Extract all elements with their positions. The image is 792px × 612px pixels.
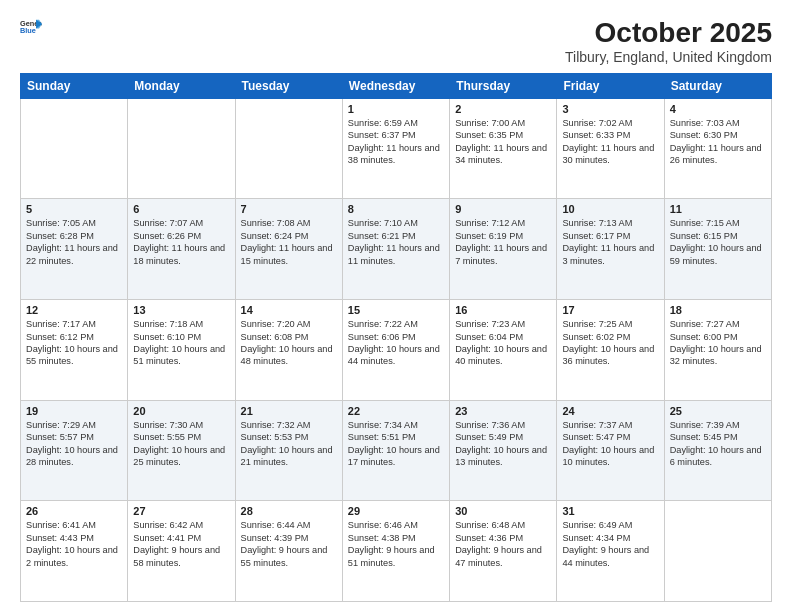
- day-number: 22: [348, 405, 444, 417]
- cell-text: Sunrise: 7:30 AM Sunset: 5:55 PM Dayligh…: [133, 419, 229, 469]
- cell-text: Sunrise: 6:42 AM Sunset: 4:41 PM Dayligh…: [133, 519, 229, 569]
- day-number: 15: [348, 304, 444, 316]
- cell-text: Sunrise: 7:15 AM Sunset: 6:15 PM Dayligh…: [670, 217, 766, 267]
- cell-text: Sunrise: 7:02 AM Sunset: 6:33 PM Dayligh…: [562, 117, 658, 167]
- week-row-3: 12Sunrise: 7:17 AM Sunset: 6:12 PM Dayli…: [21, 300, 772, 401]
- day-number: 31: [562, 505, 658, 517]
- calendar-table: Sunday Monday Tuesday Wednesday Thursday…: [20, 73, 772, 602]
- cell-text: Sunrise: 7:03 AM Sunset: 6:30 PM Dayligh…: [670, 117, 766, 167]
- cell-text: Sunrise: 7:22 AM Sunset: 6:06 PM Dayligh…: [348, 318, 444, 368]
- table-row: 25Sunrise: 7:39 AM Sunset: 5:45 PM Dayli…: [664, 400, 771, 501]
- cell-text: Sunrise: 7:27 AM Sunset: 6:00 PM Dayligh…: [670, 318, 766, 368]
- cell-text: Sunrise: 7:34 AM Sunset: 5:51 PM Dayligh…: [348, 419, 444, 469]
- day-number: 3: [562, 103, 658, 115]
- day-number: 13: [133, 304, 229, 316]
- table-row: 21Sunrise: 7:32 AM Sunset: 5:53 PM Dayli…: [235, 400, 342, 501]
- day-number: 5: [26, 203, 122, 215]
- header: General Blue October 2025 Tilbury, Engla…: [20, 18, 772, 65]
- table-row: 8Sunrise: 7:10 AM Sunset: 6:21 PM Daylig…: [342, 199, 449, 300]
- table-row: 27Sunrise: 6:42 AM Sunset: 4:41 PM Dayli…: [128, 501, 235, 602]
- cell-text: Sunrise: 7:20 AM Sunset: 6:08 PM Dayligh…: [241, 318, 337, 368]
- week-row-2: 5Sunrise: 7:05 AM Sunset: 6:28 PM Daylig…: [21, 199, 772, 300]
- table-row: 11Sunrise: 7:15 AM Sunset: 6:15 PM Dayli…: [664, 199, 771, 300]
- col-sunday: Sunday: [21, 73, 128, 98]
- table-row: 16Sunrise: 7:23 AM Sunset: 6:04 PM Dayli…: [450, 300, 557, 401]
- cell-text: Sunrise: 7:36 AM Sunset: 5:49 PM Dayligh…: [455, 419, 551, 469]
- cell-text: Sunrise: 6:48 AM Sunset: 4:36 PM Dayligh…: [455, 519, 551, 569]
- day-number: 8: [348, 203, 444, 215]
- table-row: 14Sunrise: 7:20 AM Sunset: 6:08 PM Dayli…: [235, 300, 342, 401]
- day-number: 20: [133, 405, 229, 417]
- table-row: 23Sunrise: 7:36 AM Sunset: 5:49 PM Dayli…: [450, 400, 557, 501]
- day-number: 18: [670, 304, 766, 316]
- day-number: 21: [241, 405, 337, 417]
- table-row: 29Sunrise: 6:46 AM Sunset: 4:38 PM Dayli…: [342, 501, 449, 602]
- col-friday: Friday: [557, 73, 664, 98]
- cell-text: Sunrise: 7:29 AM Sunset: 5:57 PM Dayligh…: [26, 419, 122, 469]
- title-section: October 2025 Tilbury, England, United Ki…: [565, 18, 772, 65]
- table-row: [128, 98, 235, 199]
- week-row-4: 19Sunrise: 7:29 AM Sunset: 5:57 PM Dayli…: [21, 400, 772, 501]
- cell-text: Sunrise: 6:41 AM Sunset: 4:43 PM Dayligh…: [26, 519, 122, 569]
- cell-text: Sunrise: 7:05 AM Sunset: 6:28 PM Dayligh…: [26, 217, 122, 267]
- table-row: 15Sunrise: 7:22 AM Sunset: 6:06 PM Dayli…: [342, 300, 449, 401]
- day-number: 16: [455, 304, 551, 316]
- month-title: October 2025: [565, 18, 772, 49]
- cell-text: Sunrise: 7:08 AM Sunset: 6:24 PM Dayligh…: [241, 217, 337, 267]
- day-number: 25: [670, 405, 766, 417]
- day-number: 23: [455, 405, 551, 417]
- day-number: 27: [133, 505, 229, 517]
- day-number: 7: [241, 203, 337, 215]
- table-row: [21, 98, 128, 199]
- table-row: 26Sunrise: 6:41 AM Sunset: 4:43 PM Dayli…: [21, 501, 128, 602]
- week-row-1: 1Sunrise: 6:59 AM Sunset: 6:37 PM Daylig…: [21, 98, 772, 199]
- col-saturday: Saturday: [664, 73, 771, 98]
- table-row: 18Sunrise: 7:27 AM Sunset: 6:00 PM Dayli…: [664, 300, 771, 401]
- logo: General Blue: [20, 18, 42, 36]
- table-row: 7Sunrise: 7:08 AM Sunset: 6:24 PM Daylig…: [235, 199, 342, 300]
- cell-text: Sunrise: 6:44 AM Sunset: 4:39 PM Dayligh…: [241, 519, 337, 569]
- day-number: 2: [455, 103, 551, 115]
- cell-text: Sunrise: 7:12 AM Sunset: 6:19 PM Dayligh…: [455, 217, 551, 267]
- table-row: 10Sunrise: 7:13 AM Sunset: 6:17 PM Dayli…: [557, 199, 664, 300]
- col-monday: Monday: [128, 73, 235, 98]
- day-number: 1: [348, 103, 444, 115]
- table-row: 1Sunrise: 6:59 AM Sunset: 6:37 PM Daylig…: [342, 98, 449, 199]
- cell-text: Sunrise: 7:23 AM Sunset: 6:04 PM Dayligh…: [455, 318, 551, 368]
- week-row-5: 26Sunrise: 6:41 AM Sunset: 4:43 PM Dayli…: [21, 501, 772, 602]
- col-thursday: Thursday: [450, 73, 557, 98]
- table-row: 5Sunrise: 7:05 AM Sunset: 6:28 PM Daylig…: [21, 199, 128, 300]
- day-number: 28: [241, 505, 337, 517]
- cell-text: Sunrise: 7:00 AM Sunset: 6:35 PM Dayligh…: [455, 117, 551, 167]
- day-number: 9: [455, 203, 551, 215]
- table-row: [664, 501, 771, 602]
- table-row: 6Sunrise: 7:07 AM Sunset: 6:26 PM Daylig…: [128, 199, 235, 300]
- table-row: 22Sunrise: 7:34 AM Sunset: 5:51 PM Dayli…: [342, 400, 449, 501]
- day-number: 11: [670, 203, 766, 215]
- location: Tilbury, England, United Kingdom: [565, 49, 772, 65]
- cell-text: Sunrise: 6:46 AM Sunset: 4:38 PM Dayligh…: [348, 519, 444, 569]
- cell-text: Sunrise: 7:17 AM Sunset: 6:12 PM Dayligh…: [26, 318, 122, 368]
- cell-text: Sunrise: 7:07 AM Sunset: 6:26 PM Dayligh…: [133, 217, 229, 267]
- table-row: 20Sunrise: 7:30 AM Sunset: 5:55 PM Dayli…: [128, 400, 235, 501]
- table-row: 19Sunrise: 7:29 AM Sunset: 5:57 PM Dayli…: [21, 400, 128, 501]
- table-row: 24Sunrise: 7:37 AM Sunset: 5:47 PM Dayli…: [557, 400, 664, 501]
- day-number: 29: [348, 505, 444, 517]
- cell-text: Sunrise: 7:10 AM Sunset: 6:21 PM Dayligh…: [348, 217, 444, 267]
- day-number: 19: [26, 405, 122, 417]
- col-wednesday: Wednesday: [342, 73, 449, 98]
- logo-icon: General Blue: [20, 18, 42, 36]
- cell-text: Sunrise: 7:25 AM Sunset: 6:02 PM Dayligh…: [562, 318, 658, 368]
- table-row: 30Sunrise: 6:48 AM Sunset: 4:36 PM Dayli…: [450, 501, 557, 602]
- day-number: 6: [133, 203, 229, 215]
- table-row: 28Sunrise: 6:44 AM Sunset: 4:39 PM Dayli…: [235, 501, 342, 602]
- table-row: 3Sunrise: 7:02 AM Sunset: 6:33 PM Daylig…: [557, 98, 664, 199]
- page: General Blue October 2025 Tilbury, Engla…: [0, 0, 792, 612]
- cell-text: Sunrise: 6:59 AM Sunset: 6:37 PM Dayligh…: [348, 117, 444, 167]
- day-number: 30: [455, 505, 551, 517]
- cell-text: Sunrise: 7:18 AM Sunset: 6:10 PM Dayligh…: [133, 318, 229, 368]
- table-row: [235, 98, 342, 199]
- day-number: 17: [562, 304, 658, 316]
- cell-text: Sunrise: 7:13 AM Sunset: 6:17 PM Dayligh…: [562, 217, 658, 267]
- cell-text: Sunrise: 7:37 AM Sunset: 5:47 PM Dayligh…: [562, 419, 658, 469]
